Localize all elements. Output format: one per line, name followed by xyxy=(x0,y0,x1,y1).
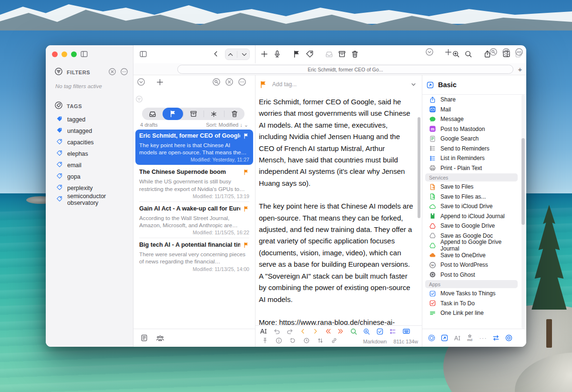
action-post-to-mastodon[interactable]: mPost to Mastodon xyxy=(422,124,521,134)
dictation-button[interactable] xyxy=(273,50,281,58)
action-one-link-per-line[interactable]: One Link per line xyxy=(422,308,521,318)
find-replace-button[interactable] xyxy=(363,328,370,335)
action-save-to-icloud-drive[interactable]: Save to iCloud Drive xyxy=(422,201,521,211)
list-collapse-button[interactable] xyxy=(137,78,145,86)
action-group-header[interactable]: Basic xyxy=(422,75,526,95)
action-list-in-reminders[interactable]: List in Reminders xyxy=(422,153,521,163)
draft-tab[interactable]: Eric Schmidt, former CEO of Go... xyxy=(177,65,513,74)
draft-list-item[interactable]: Gain AI Act - A wake-up call for Euro...… xyxy=(135,202,253,238)
clear-filters-button[interactable] xyxy=(108,68,116,78)
info-button[interactable] xyxy=(276,337,282,344)
redo-button[interactable] xyxy=(286,328,294,335)
pin-button[interactable] xyxy=(262,337,268,344)
action-group-swap-button[interactable] xyxy=(492,334,500,342)
draft-list-item[interactable]: The Chinese Supernode boomWhile the US g… xyxy=(135,166,253,201)
action-group-circle-button[interactable] xyxy=(505,334,513,342)
move-lines-button[interactable] xyxy=(317,337,324,344)
actions-search-button[interactable] xyxy=(489,48,498,56)
new-tab-button[interactable]: + xyxy=(515,64,525,74)
list-filter-button[interactable] xyxy=(135,95,143,103)
list-clear-button[interactable] xyxy=(225,78,234,86)
syntax-selector[interactable]: Markdown xyxy=(363,339,387,344)
action-save-to-files[interactable]: Save to Files xyxy=(422,182,521,192)
inbox-button[interactable] xyxy=(325,50,333,58)
action-move-tasks-to-things[interactable]: Move Tasks to Things xyxy=(422,289,521,299)
filter-flagged-tab[interactable] xyxy=(163,108,183,120)
filter-inbox-tab[interactable] xyxy=(142,108,163,120)
sort-control[interactable]: Sort: Modified ↓ ⌄ xyxy=(206,122,248,128)
link-button[interactable] xyxy=(331,337,337,344)
find-button[interactable] xyxy=(350,328,358,335)
jump-start-button[interactable] xyxy=(325,328,332,335)
action-post-to-ghost[interactable]: Post to Ghost xyxy=(422,270,521,280)
action-send-to-reminders[interactable]: Send to Reminders xyxy=(422,144,521,154)
workspace-button[interactable] xyxy=(140,334,148,342)
trash-button[interactable] xyxy=(351,50,359,58)
sidebar-tag-perplexity[interactable]: perplexity xyxy=(46,182,133,194)
actions-scrollbar[interactable] xyxy=(521,138,525,225)
maximize-window-button[interactable] xyxy=(71,51,77,57)
list-mode-button[interactable] xyxy=(389,328,397,335)
next-draft-button[interactable] xyxy=(241,51,248,58)
filter-all-tab[interactable] xyxy=(204,108,224,120)
sidebar-tag-email[interactable]: email xyxy=(46,160,133,171)
back-button[interactable] xyxy=(212,50,220,58)
action-append-to-google-drive-journal[interactable]: Append to Google Drive Journal xyxy=(422,241,521,251)
tag-button[interactable] xyxy=(306,50,314,58)
action-mail[interactable]: Mail xyxy=(422,105,521,115)
action-google-search[interactable]: Google Search xyxy=(422,134,521,144)
sidebar-tag-semiconductor-observatory[interactable]: semiconductor observatory xyxy=(46,194,133,205)
draft-list-item[interactable]: Eric Schmidt, former CEO of Google,...Th… xyxy=(135,130,253,165)
filters-more-button[interactable] xyxy=(120,68,128,78)
sidebar-toggle-button[interactable] xyxy=(80,50,88,58)
action-task-in-to-do[interactable]: Task in To Do xyxy=(422,299,521,309)
indent-left-button[interactable] xyxy=(299,328,306,335)
sidebar-tag-capacities[interactable]: capacities xyxy=(46,137,133,148)
list-new-button[interactable] xyxy=(156,78,164,86)
shared-drafts-button[interactable] xyxy=(156,334,164,342)
list-more-button[interactable] xyxy=(238,78,246,86)
editor-scrollbar[interactable] xyxy=(418,117,420,218)
action-save-to-google-drive[interactable]: Save to Google Drive xyxy=(422,221,521,231)
prev-draft-button[interactable] xyxy=(227,51,234,58)
tag-row-chevron-icon[interactable] xyxy=(410,81,417,88)
action-post-to-wordpress[interactable]: WPost to WordPress xyxy=(422,260,521,270)
sidebar-tag-untagged[interactable]: untagged xyxy=(46,125,133,137)
filter-archive-tab[interactable] xyxy=(183,108,204,120)
add-tag-input[interactable]: Add tag... xyxy=(272,81,405,88)
version-history-button[interactable] xyxy=(289,337,296,344)
action-save-to-files-as-[interactable]: Save to Files as... xyxy=(422,192,521,202)
action-message[interactable]: Message xyxy=(422,114,521,124)
action-group-markdown-button[interactable]: md xyxy=(466,334,474,342)
action-append-to-icloud-journal[interactable]: Append to iCloud Journal xyxy=(422,211,521,221)
tasks-button[interactable] xyxy=(376,328,384,335)
minimize-window-button[interactable] xyxy=(61,51,67,57)
list-search-button[interactable] xyxy=(212,78,221,86)
draft-list-item[interactable]: Big tech AI - A potential financial tim.… xyxy=(135,239,253,274)
draft-body-editor[interactable]: Eric Schmidt, former CEO of Google, said… xyxy=(259,96,413,325)
actions-new-button[interactable] xyxy=(444,48,452,56)
keyboard-button[interactable] xyxy=(402,327,410,335)
timestamps-button[interactable] xyxy=(303,337,310,344)
action-group-basic-button[interactable] xyxy=(440,334,449,342)
list-panel-toggle-button[interactable] xyxy=(139,50,147,58)
jump-end-button[interactable] xyxy=(337,328,344,335)
action-share[interactable]: Share xyxy=(422,95,521,105)
close-window-button[interactable] xyxy=(52,51,58,57)
actions-sync-button[interactable] xyxy=(502,48,511,56)
action-group-dots-button[interactable] xyxy=(428,334,436,342)
action-group-text-button[interactable] xyxy=(453,334,461,342)
text-format-button[interactable] xyxy=(259,327,267,335)
new-draft-button[interactable] xyxy=(260,50,268,58)
text-zoom-button[interactable] xyxy=(452,50,460,58)
actions-more-button[interactable] xyxy=(515,48,523,56)
action-print-plain-text[interactable]: Print - Plain Text xyxy=(422,163,521,173)
sidebar-tag-gopa[interactable]: gopa xyxy=(46,171,133,182)
undo-button[interactable] xyxy=(273,328,281,335)
sidebar-tag-elephas[interactable]: elephas xyxy=(46,148,133,160)
action-group-scripting-button[interactable]: {···} xyxy=(479,334,487,342)
actions-collapse-button[interactable] xyxy=(425,48,434,56)
search-button[interactable] xyxy=(464,50,472,58)
sidebar-tag-tagged[interactable]: tagged xyxy=(46,114,133,125)
flag-button[interactable] xyxy=(293,50,301,58)
